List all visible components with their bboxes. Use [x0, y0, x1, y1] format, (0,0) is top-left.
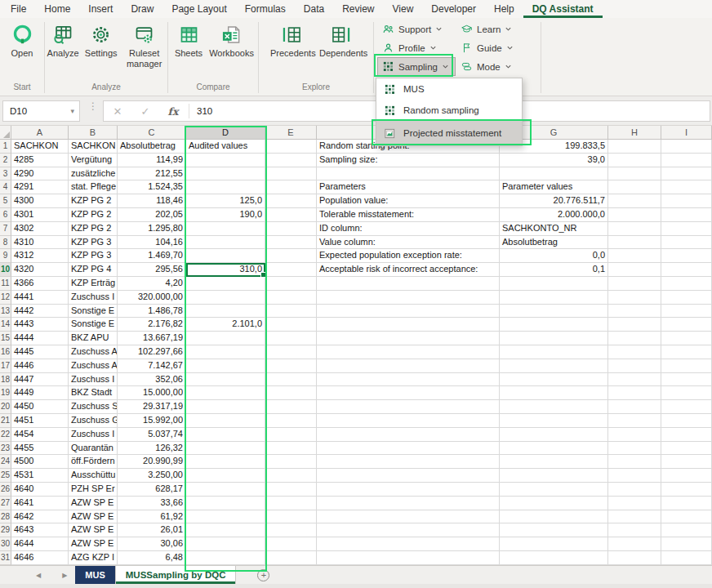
cell-A23[interactable]: 4455	[11, 442, 69, 456]
cell-G11[interactable]	[500, 277, 608, 291]
cell-C2[interactable]: 114,99	[118, 154, 186, 167]
cell-H29[interactable]	[608, 523, 661, 537]
cell-H16[interactable]	[608, 345, 661, 359]
cell-C3[interactable]: 212,55	[118, 167, 186, 181]
cell-B8[interactable]: KZP PG 3	[69, 236, 118, 250]
formula-bar-grip-icon[interactable]: ⋮	[88, 104, 98, 109]
cell-B22[interactable]: Zuschuss I	[69, 428, 118, 442]
cell-A15[interactable]: 4444	[11, 332, 69, 345]
cell-H7[interactable]	[608, 222, 661, 236]
cell-H4[interactable]	[608, 180, 661, 194]
cell-C12[interactable]: 320.000,00	[118, 291, 186, 305]
cell-D10[interactable]: 310,0	[186, 263, 265, 277]
cell-E14[interactable]	[265, 318, 317, 332]
cell-H8[interactable]	[608, 236, 661, 250]
sheet-tab-mussampling-by-dqc[interactable]: MUSSampling by DQC	[116, 566, 237, 584]
cell-A8[interactable]: 4310	[11, 236, 69, 250]
dependents-button[interactable]: Dependents	[317, 22, 364, 60]
cell-A18[interactable]: 4447	[11, 373, 69, 387]
cell-H21[interactable]	[608, 414, 661, 428]
cell-C10[interactable]: 295,56	[118, 263, 186, 277]
cell-F31[interactable]	[317, 551, 500, 565]
cell-G19[interactable]	[500, 386, 608, 400]
row-header-28[interactable]: 28	[0, 510, 11, 524]
cell-C16[interactable]: 102.297,66	[118, 345, 186, 359]
support-button[interactable]: Support	[377, 20, 456, 38]
cell-B15[interactable]: BKZ APU	[69, 332, 118, 345]
select-all-corner[interactable]	[0, 126, 11, 140]
column-header-a[interactable]: A	[11, 126, 69, 140]
cell-D4[interactable]	[186, 180, 265, 194]
cell-I19[interactable]	[661, 386, 712, 400]
cell-A19[interactable]: 4449	[11, 386, 69, 400]
cell-G17[interactable]	[500, 359, 608, 373]
column-header-b[interactable]: B	[69, 126, 118, 140]
cell-D30[interactable]	[186, 537, 265, 551]
cell-A20[interactable]: 4450	[11, 400, 69, 414]
cell-C18[interactable]: 352,06	[118, 373, 186, 387]
cell-I6[interactable]	[661, 208, 712, 222]
cell-G24[interactable]	[500, 455, 608, 469]
row-header-7[interactable]: 7	[0, 222, 11, 236]
row-header-27[interactable]: 27	[0, 497, 11, 510]
ruleset-manager-button[interactable]: Ruleset manager	[121, 22, 167, 70]
cell-G16[interactable]	[500, 345, 608, 359]
cell-A29[interactable]: 4643	[11, 523, 69, 537]
menu-item-random-sampling[interactable]: Random sampling	[376, 100, 522, 121]
cell-E23[interactable]	[265, 442, 317, 456]
cell-D7[interactable]	[186, 222, 265, 236]
cell-I3[interactable]	[661, 167, 712, 181]
cell-I20[interactable]	[661, 400, 712, 414]
cell-H11[interactable]	[608, 277, 661, 291]
cell-H24[interactable]	[608, 455, 661, 469]
cell-C19[interactable]: 15.000,00	[118, 386, 186, 400]
cell-E24[interactable]	[265, 455, 317, 469]
cell-I11[interactable]	[661, 277, 712, 291]
cell-C21[interactable]: 15.992,00	[118, 414, 186, 428]
cell-G18[interactable]	[500, 373, 608, 387]
cell-E28[interactable]	[265, 510, 317, 524]
cell-I15[interactable]	[661, 332, 712, 345]
cell-H13[interactable]	[608, 305, 661, 318]
cell-E29[interactable]	[265, 523, 317, 537]
cell-A30[interactable]: 4644	[11, 537, 69, 551]
precedents-button[interactable]: Precedents	[268, 22, 315, 60]
row-header-24[interactable]: 24	[0, 455, 11, 469]
cell-B29[interactable]: AZW SP E	[69, 523, 118, 537]
cell-F29[interactable]	[317, 523, 500, 537]
row-header-12[interactable]: 12	[0, 291, 11, 305]
cell-D22[interactable]	[186, 428, 265, 442]
cell-B23[interactable]: Quarantän	[69, 442, 118, 456]
column-header-i[interactable]: I	[661, 126, 712, 140]
ribbon-tab-page-layout[interactable]: Page Layout	[162, 0, 235, 18]
sheets-button[interactable]: Sheets	[172, 22, 205, 60]
analyze-button[interactable]: Analyze	[45, 22, 81, 60]
cell-D13[interactable]	[186, 305, 265, 318]
cell-G10[interactable]: 0,1	[500, 263, 608, 277]
cell-G23[interactable]	[500, 442, 608, 456]
ribbon-tab-help[interactable]: Help	[485, 0, 523, 18]
cell-C26[interactable]: 628,17	[118, 483, 186, 497]
cell-B3[interactable]: zusätzliche	[69, 167, 118, 181]
cell-G14[interactable]	[500, 318, 608, 332]
cell-F19[interactable]	[317, 386, 500, 400]
cell-E12[interactable]	[265, 291, 317, 305]
cell-I24[interactable]	[661, 455, 712, 469]
cell-E7[interactable]	[265, 222, 317, 236]
cell-C4[interactable]: 1.524,35	[118, 180, 186, 194]
cell-F5[interactable]: Population value:	[317, 194, 500, 208]
row-header-8[interactable]: 8	[0, 236, 11, 250]
cell-E18[interactable]	[265, 373, 317, 387]
ribbon-tab-developer[interactable]: Developer	[422, 0, 485, 18]
cell-G29[interactable]	[500, 523, 608, 537]
cell-A1[interactable]: SACHKON	[11, 140, 69, 154]
row-header-13[interactable]: 13	[0, 305, 11, 318]
cell-A16[interactable]: 4445	[11, 345, 69, 359]
cell-E3[interactable]	[265, 167, 317, 181]
cell-F7[interactable]: ID column:	[317, 222, 500, 236]
name-box-chevron-icon[interactable]: ▾	[70, 107, 74, 115]
cell-B17[interactable]: Zuschuss A	[69, 359, 118, 373]
row-header-2[interactable]: 2	[0, 154, 11, 167]
cell-I9[interactable]	[661, 249, 712, 263]
ribbon-tab-view[interactable]: View	[384, 0, 423, 18]
